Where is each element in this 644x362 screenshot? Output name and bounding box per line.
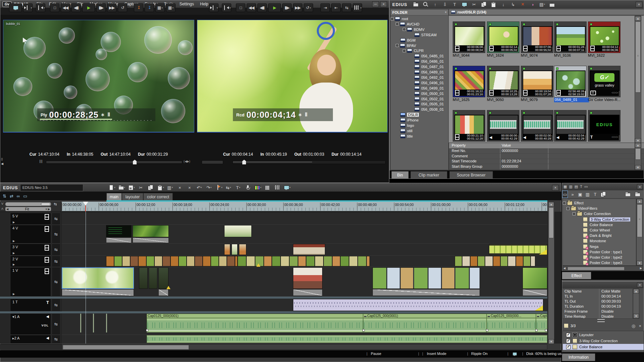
copy-button[interactable] <box>147 184 154 191</box>
clip-card-MVI_9044[interactable]: 00:00:06;08 00:00:08;04 <box>453 21 485 53</box>
close-button[interactable]: × <box>552 185 559 191</box>
cut-button[interactable]: ✂ <box>470 1 478 8</box>
scroll-down-icon[interactable]: ▼ <box>548 339 554 344</box>
folder-item-avchd[interactable]: -AVCHD <box>391 21 448 27</box>
track-expander-icon[interactable]: ▶ <box>13 293 15 296</box>
folder-item-bpav[interactable]: -BPAV <box>391 43 448 48</box>
audio-clip-label[interactable]: Cap0125_000(0001) <box>536 314 547 318</box>
title-effects-button[interactable]: T <box>593 191 598 198</box>
dropdown-caret-icon[interactable]: ▾ <box>360 6 361 9</box>
track-patch-icon[interactable]: ⇆ <box>52 244 60 256</box>
player-position-slider[interactable] <box>46 160 182 164</box>
track-patch-icon[interactable]: ⇆ <box>52 225 60 244</box>
audio-sliver-clip[interactable] <box>93 314 94 332</box>
set-out-button[interactable]: ▾ <box>36 3 45 12</box>
scroll-up-icon[interactable]: ▲ <box>548 202 554 207</box>
duplicate-button[interactable]: ▥▾ <box>166 184 174 191</box>
track-patch-icon[interactable]: ⇆ <box>52 256 60 267</box>
tab-information[interactable]: Information <box>562 353 595 361</box>
effect-item-videofilters[interactable]: -VideoFilters <box>563 206 636 211</box>
folder-item-056_0489_01[interactable]: 056_0489_01 <box>391 69 448 75</box>
timeline-hscroll-thumb[interactable] <box>63 345 189 350</box>
folder-item-056_0487_01[interactable]: 056_0487_01 <box>391 64 448 69</box>
ripple-cut-button[interactable]: × <box>176 184 184 191</box>
effect-item-dark-bright[interactable]: sDark & Bright <box>563 233 636 238</box>
paste-button[interactable] <box>490 1 497 8</box>
recorder-position-slider[interactable] <box>233 160 386 164</box>
effect-enabled-checkbox[interactable] <box>566 345 571 349</box>
toolbox-button[interactable] <box>548 1 556 8</box>
player-monitor-button[interactable] <box>9 3 22 12</box>
zoom-slider-thumb[interactable] <box>41 203 50 206</box>
track-expander-icon[interactable]: ▶ <box>13 240 15 243</box>
scroll-down-icon[interactable]: ▼ <box>633 314 639 318</box>
save-project-button[interactable]: ▾ <box>128 184 135 191</box>
collapse-icon[interactable]: - <box>391 17 394 20</box>
collapse-icon[interactable]: - <box>573 212 576 215</box>
keyers-button[interactable]: ▣ <box>578 191 583 198</box>
collapse-icon[interactable]: - <box>403 49 406 52</box>
scroll-up-icon[interactable]: ▲ <box>633 289 639 294</box>
track-header-1A[interactable]: ▾1 A◀VOL <box>10 313 51 335</box>
clip-mixer-strip[interactable] <box>523 289 547 296</box>
collapse-icon[interactable]: - <box>396 44 399 47</box>
delete-button[interactable]: × <box>186 184 193 191</box>
trim-mode-button[interactable]: ▾ <box>353 3 362 12</box>
folder-item-056_0485_01[interactable]: 056_0485_01 <box>391 53 448 59</box>
timeline-clip[interactable] <box>489 244 547 255</box>
applied-effect-layouter[interactable]: Layouter <box>563 332 644 338</box>
track-header-4V[interactable]: 4 V▶ <box>10 225 51 244</box>
show-in-player-button[interactable] <box>461 1 468 8</box>
clip-card-MVI_1625[interactable]: 00:01:16;22 00:01:23;16 <box>453 66 485 97</box>
clip-card-MVI_1622[interactable]: 00:00:04;12 00:00:06;06 <box>588 21 621 53</box>
spacer-a[interactable]: ▪ <box>609 191 614 198</box>
all-effects-button[interactable]: ▭ <box>562 191 567 198</box>
audio-clip-label[interactable]: Cap0125_000(0001) <box>363 314 487 318</box>
folder-lock-button[interactable] <box>634 191 641 198</box>
effect-hscroll-thumb[interactable] <box>567 267 625 270</box>
close-button[interactable]: × <box>636 2 642 7</box>
timeline-clip[interactable] <box>224 225 252 237</box>
scroll-down-icon[interactable]: ▼ <box>635 138 641 143</box>
property-scrollbar[interactable]: ▲ ▼ <box>635 143 641 170</box>
search-button[interactable] <box>422 1 429 8</box>
collapse-icon[interactable]: - <box>403 28 406 31</box>
video-zoom-slider[interactable] <box>5 202 51 206</box>
dropdown-caret-icon[interactable]: ▾ <box>310 6 311 9</box>
loop-button[interactable]: ↺▾ <box>304 3 313 12</box>
add-cut-in-button[interactable]: ↧ <box>134 3 143 12</box>
effect-scrollbar[interactable]: ▲ ≡ ▼ <box>636 199 643 266</box>
folder-item-logo[interactable]: logo <box>391 123 448 128</box>
volume-node[interactable] <box>545 329 547 331</box>
timeline-fit-control[interactable]: ◀ Fit ▾ ▶ <box>5 207 51 211</box>
tab-layouter[interactable]: layouter <box>122 193 143 200</box>
up-level-button[interactable]: ↑ <box>432 1 439 8</box>
folder-view-button[interactable] <box>624 191 631 198</box>
clip-mixer-strip[interactable] <box>293 289 323 296</box>
collapse-icon[interactable]: - <box>563 202 566 205</box>
set-out-button[interactable]: ▾ <box>222 3 231 12</box>
track-header-5V[interactable]: 5 V▶ <box>10 213 51 225</box>
timeline-clip[interactable] <box>293 267 323 289</box>
collapse-icon[interactable]: - <box>396 22 399 25</box>
clip-mixer-strip[interactable] <box>106 238 132 243</box>
folder-item-bdmv[interactable]: -BDMV <box>391 27 448 32</box>
clip-card-MVI_9074[interactable]: 00:00:07;06 00:00:55;02 <box>521 21 553 53</box>
folder-item-still[interactable]: still <box>391 128 448 134</box>
copy-button[interactable] <box>480 1 488 8</box>
track-expander-icon[interactable]: ▶ <box>13 221 15 224</box>
timeline-clip[interactable] <box>106 225 132 237</box>
timeline-clip[interactable] <box>293 244 325 255</box>
timeline-clip[interactable] <box>62 267 134 289</box>
set-in-button[interactable]: ▾ <box>209 3 218 12</box>
user-preset-icon[interactable]: ◎ <box>632 323 635 328</box>
track-header-1T[interactable]: 1 TT <box>10 299 51 311</box>
audio-clip-label[interactable]: Cap0125_000(0001) <box>147 314 363 318</box>
folder-item-title[interactable]: title <box>391 134 448 139</box>
folder-item-056_0492_01[interactable]: 056_0492_01 <box>391 75 448 80</box>
open-project-button[interactable]: ▾ <box>118 184 125 191</box>
stop-button[interactable]: □ <box>50 3 59 12</box>
folder-item-iphone[interactable]: iPhone <box>391 117 448 123</box>
audio-sliver-clip[interactable] <box>106 314 107 332</box>
voice-over-button[interactable] <box>244 184 252 191</box>
